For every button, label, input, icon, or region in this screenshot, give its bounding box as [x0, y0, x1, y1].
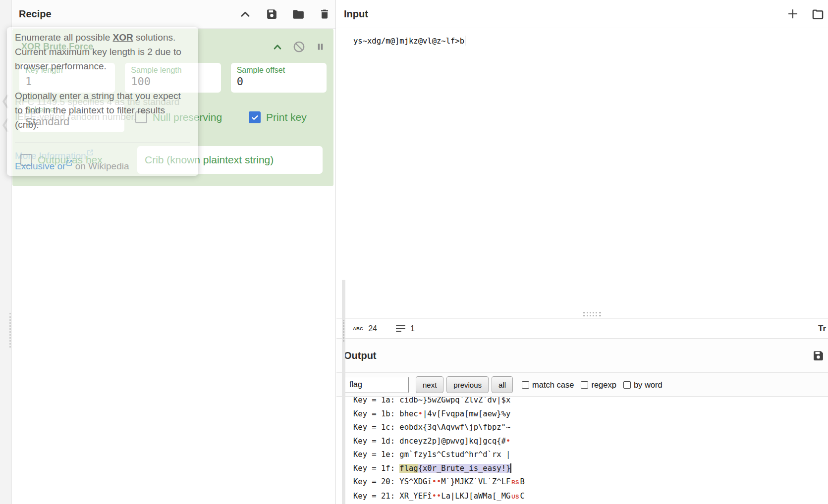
output-line: Key = 21: XR_YEFî••La|LKJ[aWMa[_MGUSC: [353, 490, 828, 504]
find-buttons: nextpreviousall: [416, 376, 513, 393]
line-count-icon: [396, 325, 405, 332]
save-output-icon[interactable]: [812, 350, 825, 362]
input-header: Input: [336, 0, 828, 28]
open-file-folder-icon[interactable]: [811, 7, 825, 21]
output-line: Key = 20: YS^XDGî••M`}MJKZ`VL`Z^LFRSB: [353, 475, 828, 490]
char-count: 24: [368, 324, 377, 333]
line-count: 1: [410, 324, 415, 333]
disable-operation-icon[interactable]: [293, 41, 305, 53]
exclusive-or-link[interactable]: Exclusive or: [15, 161, 65, 171]
breakpoint-pause-icon[interactable]: [315, 42, 326, 52]
input-title: Input: [336, 8, 368, 20]
recipe-header: Recipe: [12, 0, 335, 29]
output-line: Key = 1b: bhec•|4v[Fvqpa[mw[aew}%y: [353, 407, 828, 421]
add-input-tab-icon[interactable]: [786, 7, 799, 20]
wikipedia-link-line: Exclusive or on Wikipedia: [15, 157, 129, 172]
tooltip-line: to find in the plaintext to filter resul…: [15, 105, 165, 116]
cyberchef-app: Recipe XOR Brute Force: [0, 0, 828, 504]
tooltip-line: Optionally enter a string that you expec…: [15, 91, 181, 101]
wiki-suffix: [72, 161, 75, 171]
output-line: Key = 1c: eobdx{3q\Aqvwf\jp\fbpz"~: [353, 421, 828, 435]
clear-recipe-trash-icon[interactable]: [319, 8, 331, 20]
gutter-drag-dots[interactable]: [9, 313, 11, 348]
io-splitter-handle[interactable]: [583, 310, 601, 316]
column-gutter[interactable]: [342, 280, 345, 504]
checkbox-icon[interactable]: [522, 381, 529, 389]
input-status-bar: ABC 24 1 Tr: [336, 318, 828, 339]
char-count-icon: ABC: [353, 326, 363, 331]
find-option-match-case[interactable]: match case: [522, 380, 574, 390]
output-line: Key = 1e: gm`fzy1s^Cstud^hr^d`rx |: [353, 448, 828, 462]
sample-offset-label: Sample offset: [237, 66, 321, 75]
print-key-checkbox[interactable]: [249, 111, 261, 123]
output-header: Output: [336, 339, 828, 373]
find-all-button[interactable]: all: [492, 376, 513, 393]
load-recipe-folder-icon[interactable]: [292, 8, 305, 21]
tooltip-line: (crib).: [15, 119, 39, 130]
xor-term: XOR: [113, 32, 133, 43]
text-cursor: [510, 463, 511, 473]
print-key-label: Print key: [266, 111, 307, 123]
tooltip-line: Current maximum key length is 2 due to: [15, 47, 181, 57]
find-options: match caseregexpby word: [515, 380, 662, 390]
tooltip-line: browser performance.: [15, 61, 107, 72]
output-line: Key = 1f: flag{x0r_Brute_is_easy!}: [353, 462, 828, 476]
sample-offset-value[interactable]: 0: [237, 75, 321, 88]
input-textarea[interactable]: ys~xdg/m@]mjkz@vl@z~lf>b: [336, 29, 828, 309]
tooltip-line: Enumerate all possible XOR solutions.: [15, 32, 175, 43]
checkbox-icon[interactable]: [581, 381, 588, 389]
find-next-button[interactable]: next: [416, 376, 443, 393]
find-bar: nextpreviousall match caseregexpby word: [336, 373, 828, 397]
collapse-recipe-icon[interactable]: [239, 8, 252, 21]
operation-tooltip: Enumerate all possible XOR solutions. Cu…: [7, 27, 198, 176]
external-link-icon: [87, 147, 93, 158]
non-printable-toggle[interactable]: Tr: [818, 324, 826, 334]
find-input[interactable]: [344, 377, 409, 393]
recipe-title: Recipe: [19, 8, 52, 20]
tooltip-divider: [15, 143, 190, 143]
checkbox-icon[interactable]: [623, 381, 631, 389]
output-line: Key = 1d: dnceyz2p]@pwvg]kq]gcq{#•: [353, 435, 828, 449]
print-key-option[interactable]: Print key: [249, 111, 307, 123]
collapse-operation-icon[interactable]: [272, 42, 283, 52]
output-line: Key = 1a: cidb~}5wZGwpq`ZlvZ`dv|$x: [353, 397, 828, 407]
find-option-regexp[interactable]: regexp: [581, 380, 616, 390]
save-recipe-icon[interactable]: [266, 8, 278, 20]
input-text[interactable]: ys~xdg/m@]mjkz@vl@z~lf>b: [353, 37, 464, 46]
text-cursor: [465, 36, 466, 46]
find-previous-button[interactable]: previous: [446, 376, 489, 393]
sample-offset-field[interactable]: Sample offset 0: [231, 63, 327, 93]
column-gutter-dots[interactable]: [343, 320, 344, 342]
io-panel: Input ys~xdg/m@]mjkz@vl@z~lf>b ABC 24 1 …: [336, 0, 828, 504]
output-textarea[interactable]: Key = 1a: cidb~}5wZGwpq`ZlvZ`dv|$xKey = …: [336, 397, 828, 504]
external-link-icon: [66, 157, 72, 168]
find-option-by-word[interactable]: by word: [623, 380, 662, 390]
